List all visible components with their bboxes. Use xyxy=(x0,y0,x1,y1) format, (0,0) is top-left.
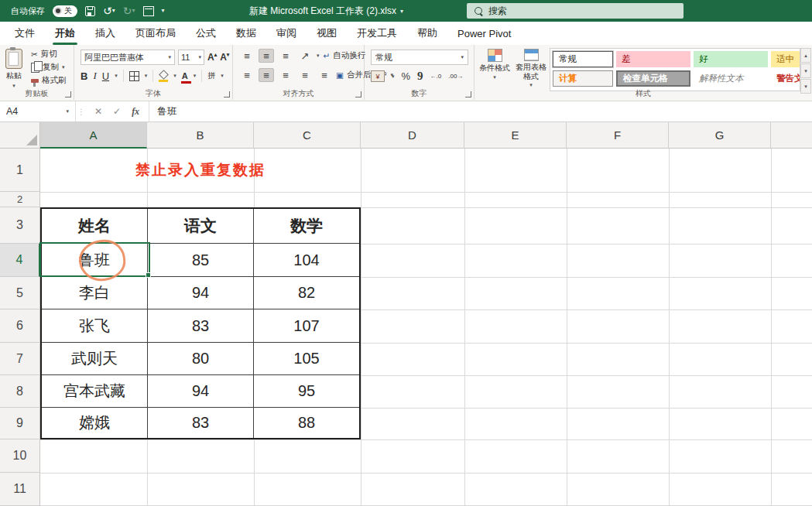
bold-button[interactable]: B xyxy=(81,70,87,82)
tab-help[interactable]: 帮助 xyxy=(407,22,447,45)
font-name-select[interactable]: 阿里巴巴普惠体▾ xyxy=(81,50,175,65)
tab-view[interactable]: 视图 xyxy=(307,22,347,45)
row-header-9[interactable]: 9 xyxy=(0,408,40,439)
cell-C6[interactable]: 107 xyxy=(254,309,359,343)
column-header-B[interactable]: B xyxy=(147,122,254,149)
table-header-cell[interactable]: 数学 xyxy=(254,209,359,244)
cell-C5[interactable]: 82 xyxy=(254,277,359,309)
row-header-1[interactable]: 1 xyxy=(0,149,40,192)
row-header-6[interactable]: 6 xyxy=(0,309,40,343)
fill-color-button[interactable] xyxy=(159,71,168,80)
decrease-indent-button[interactable]: ≡ xyxy=(297,68,313,82)
cell-A8[interactable]: 宫本武藏 xyxy=(42,375,148,408)
tab-file[interactable]: 文件 xyxy=(5,22,45,45)
paste-button[interactable]: 粘贴▾ xyxy=(5,49,22,89)
row-header-2[interactable]: 2 xyxy=(0,192,40,207)
tab-home[interactable]: 开始 xyxy=(45,22,85,45)
alignment-dialog-launcher[interactable] xyxy=(355,91,361,97)
gallery-scroll-down-button[interactable]: ▾ xyxy=(800,63,811,78)
decrease-decimal-button[interactable]: .00→ xyxy=(448,74,463,80)
align-left-button[interactable]: ≡ xyxy=(239,68,255,82)
font-dialog-launcher[interactable] xyxy=(224,91,230,97)
search-box[interactable]: 搜索 xyxy=(467,3,684,19)
confirm-entry-button[interactable]: ✓ xyxy=(113,106,121,117)
column-header-C[interactable]: C xyxy=(254,122,361,149)
borders-button[interactable] xyxy=(129,71,139,81)
table-header-cell[interactable]: 语文 xyxy=(148,209,254,244)
number-dialog-launcher[interactable] xyxy=(465,91,471,97)
select-all-corner[interactable] xyxy=(0,122,40,149)
increase-indent-button[interactable]: ≡ xyxy=(317,68,332,82)
style-chip-calculation[interactable]: 计算 xyxy=(553,70,613,87)
tab-review[interactable]: 审阅 xyxy=(266,22,307,45)
save-button[interactable] xyxy=(85,6,95,16)
tab-power-pivot[interactable]: Power Pivot xyxy=(447,22,521,45)
customize-qat-button[interactable] xyxy=(143,6,154,16)
copy-button[interactable]: 复制 ▾ xyxy=(31,62,67,73)
cell-A5[interactable]: 李白 xyxy=(42,277,148,309)
style-chip-normal[interactable]: 常规 xyxy=(553,51,613,67)
align-center-button[interactable]: ≡ xyxy=(259,68,274,82)
cell-A7[interactable]: 武则天 xyxy=(42,343,148,375)
formula-bar-splitter[interactable]: ⋮ xyxy=(76,101,85,121)
name-box[interactable]: A4▾ xyxy=(0,101,76,121)
column-header-F[interactable]: F xyxy=(567,122,669,149)
style-chip-neutral[interactable]: 适中 xyxy=(771,51,800,67)
gallery-scroll-up-button[interactable]: ▴ xyxy=(800,48,811,63)
font-size-select[interactable]: 11▾ xyxy=(178,50,204,65)
qat-dropdown[interactable]: ▾ xyxy=(162,8,165,14)
cut-button[interactable]: ✂ 剪切 xyxy=(31,49,67,60)
row-header-3[interactable]: 3 xyxy=(0,207,40,244)
style-chip-bad[interactable]: 差 xyxy=(616,51,690,67)
font-color-button[interactable]: A xyxy=(182,72,188,80)
increase-decimal-button[interactable]: ←.0 xyxy=(430,74,442,80)
clipboard-dialog-launcher[interactable] xyxy=(65,91,71,97)
redo-button[interactable]: ↻▾ xyxy=(123,5,135,16)
format-as-table-button[interactable]: 套用表格格式▾ xyxy=(513,49,549,88)
column-header-A[interactable]: A xyxy=(40,122,147,149)
row-header-4[interactable]: 4 xyxy=(0,244,40,277)
row-header-7[interactable]: 7 xyxy=(0,343,40,375)
align-right-button[interactable]: ≡ xyxy=(278,68,293,82)
conditional-formatting-button[interactable]: 条件格式▾ xyxy=(477,49,512,80)
insert-function-button[interactable]: fx xyxy=(132,106,139,118)
grow-font-button[interactable]: A▴ xyxy=(207,52,217,63)
table-header-cell[interactable]: 姓名 xyxy=(42,209,148,244)
tab-data[interactable]: 数据 xyxy=(226,22,266,45)
cell-B6[interactable]: 83 xyxy=(148,309,254,343)
cell-B5[interactable]: 94 xyxy=(148,277,254,309)
formula-bar-content[interactable]: 鲁班 xyxy=(149,101,176,121)
row-header-5[interactable]: 5 xyxy=(0,277,40,309)
tab-insert[interactable]: 插入 xyxy=(85,22,125,45)
number-format-select[interactable]: 常规▾ xyxy=(371,50,468,65)
comma-style-button[interactable]: 9 xyxy=(417,70,423,83)
percent-style-button[interactable]: % xyxy=(402,70,411,82)
cell-C7[interactable]: 105 xyxy=(254,343,359,375)
cell-C9[interactable]: 88 xyxy=(254,408,359,438)
tab-page-layout[interactable]: 页面布局 xyxy=(125,22,186,45)
cell-C4[interactable]: 104 xyxy=(254,244,359,277)
align-top-button[interactable]: ≡ xyxy=(239,49,255,63)
row-header-8[interactable]: 8 xyxy=(0,375,40,408)
tab-formulas[interactable]: 公式 xyxy=(186,22,226,45)
tab-developer[interactable]: 开发工具 xyxy=(347,22,407,45)
shrink-font-button[interactable]: A▾ xyxy=(220,52,229,63)
cancel-entry-button[interactable]: ✕ xyxy=(94,106,102,117)
cell-A6[interactable]: 张飞 xyxy=(42,309,148,343)
phonetic-button[interactable]: 拼 xyxy=(207,70,215,81)
accounting-format-button[interactable]: ¥ xyxy=(371,70,385,82)
style-chip-warning[interactable]: 警告文本 xyxy=(771,70,800,87)
align-bottom-button[interactable]: ≡ xyxy=(278,49,293,63)
autosave-toggle[interactable]: 关 xyxy=(53,5,77,17)
cell-C8[interactable]: 95 xyxy=(254,375,359,408)
column-header-partial[interactable] xyxy=(771,122,812,149)
cell-A9[interactable]: 嫦娥 xyxy=(42,408,148,438)
underline-button[interactable]: U xyxy=(102,70,109,82)
italic-button[interactable]: I xyxy=(93,70,96,82)
format-painter-button[interactable]: 格式刷 xyxy=(31,75,67,86)
undo-button[interactable]: ↺▾ xyxy=(103,5,115,16)
cell-B9[interactable]: 83 xyxy=(148,408,254,438)
orientation-button[interactable]: ↗ xyxy=(297,49,313,63)
column-header-E[interactable]: E xyxy=(464,122,567,149)
cell-B4[interactable]: 85 xyxy=(148,244,254,277)
